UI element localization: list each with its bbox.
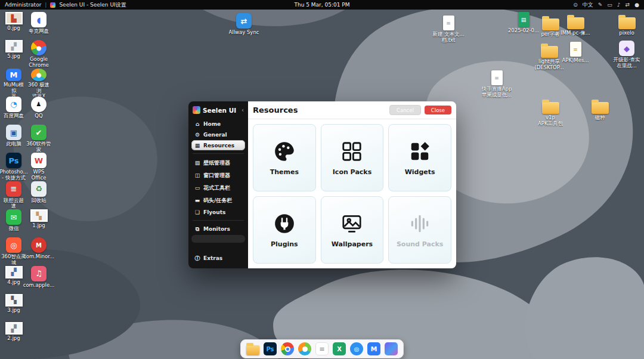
desktop-icon-label: pixelo [619, 30, 634, 36]
desktop-icon[interactable]: 磁种 [583, 99, 617, 121]
sidebar-item[interactable]: ▧ 壁纸管理器 [191, 157, 245, 169]
sidebar-item[interactable] [191, 235, 245, 243]
card-plugins[interactable]: Plugins [253, 196, 316, 264]
desktop-icon-image [542, 18, 559, 30]
sidebar-item-label: Resources [203, 143, 234, 148]
card-sound-packs[interactable]: Sound Packs [388, 196, 451, 264]
dock-blue-app-icon[interactable]: ◎ [350, 342, 363, 355]
settings-main-panel: Resources Cancel Close Themes Icon Packs [248, 101, 456, 268]
sidebar-item-extras[interactable]: ⓘ Extras [191, 252, 245, 264]
card-widgets[interactable]: Widgets [388, 124, 451, 191]
sidebar-title: Seelen UI [203, 107, 236, 114]
card-label: Themes [270, 168, 299, 176]
card-themes[interactable]: Themes [253, 124, 316, 191]
sidebar-item[interactable]: ◫ 窗口管理器 [191, 169, 245, 181]
desktop-icon[interactable]: ◆ 开级影·查实 在里战... [610, 41, 643, 69]
sidebar-divider [193, 220, 244, 221]
dock-file-manager-icon[interactable] [246, 342, 259, 355]
taskbar: Administrator | Seelen UI - Seelen UI设置 … [0, 0, 644, 10]
sidebar-item[interactable]: ▦ Resources [191, 140, 245, 150]
card-icon-packs[interactable]: Icon Packs [321, 124, 384, 191]
sidebar-item[interactable]: ⧉ Monitors [191, 224, 245, 234]
sidebar-item-icon: ⌂ [194, 121, 200, 127]
desktop-icon-label: Allway Sync [229, 30, 259, 36]
widgets-icon [408, 140, 431, 163]
taskbar-clock[interactable]: Thu 5 Mar, 05:01 PM [294, 0, 349, 10]
tray-icon[interactable]: ✎ [598, 0, 603, 10]
tray-icon[interactable]: ⊙ [573, 0, 578, 10]
browser-center-dot [302, 346, 308, 352]
desktop-icon[interactable]: ≡ 新建 文本文... 档.txt [432, 16, 465, 44]
cancel-button[interactable]: Cancel [389, 105, 421, 115]
dock-notes-icon[interactable]: ≡ [315, 342, 329, 355]
tray-icon[interactable]: ⇄ [626, 0, 630, 10]
tray-icon[interactable]: ♪ [617, 0, 621, 10]
settings-header: Resources Cancel Close [248, 101, 456, 119]
sidebar-item-label: Home [203, 121, 221, 127]
sidebar-item-icon: ⧉ [194, 226, 200, 233]
desktop-icon[interactable]: ≡ APK)Mes... [559, 42, 592, 64]
sidebar-item-icon: ▦ [194, 143, 200, 148]
sidebar-item-icon: ◫ [194, 172, 200, 178]
card-wallpapers[interactable]: Wallpapers [321, 196, 384, 264]
sidebar-item-label: Extras [203, 255, 222, 261]
seelen-logo-icon [50, 2, 55, 8]
desktop-icon-image: ≡ [570, 42, 581, 57]
seelen-logo-icon [193, 106, 200, 114]
sidebar-item[interactable]: ❏ Flyouts [191, 207, 245, 217]
icon-grid-icon [340, 140, 363, 163]
desktop-icon-image [618, 17, 636, 29]
sidebar-item-icon: ⚙ [194, 132, 200, 138]
dock-mumu-icon[interactable]: M [367, 342, 380, 355]
dock-excel-icon[interactable]: X [333, 342, 346, 355]
sidebar-item-label: General [203, 132, 227, 138]
sidebar-item-label: 壁纸管理器 [203, 159, 230, 167]
sidebar-item-icon: ❏ [194, 209, 200, 215]
taskbar-app-title[interactable]: Seelen UI - Seelen UI设置 [59, 0, 126, 10]
desktop-icon[interactable]: ⇄ Allway Sync [227, 13, 261, 36]
desktop-icon-image: ≡ [491, 70, 503, 85]
system-tray: ⊙ 中文 ✎ ▭ ♪ ⇄ ● [573, 0, 639, 10]
desktop-icon[interactable]: pixelo [610, 14, 643, 36]
sidebar-item[interactable]: ▭ 花式工具栏 [191, 182, 245, 194]
desktop-icon[interactable]: v1p APK工具包 [534, 99, 567, 127]
card-label: Icon Packs [333, 168, 371, 176]
sidebar-item-icon: ▧ [194, 160, 200, 166]
tray-icon[interactable]: ● [634, 0, 639, 10]
desktop-icon-label: 开级影·查实 在里战... [613, 57, 640, 69]
dock-seelen-icon[interactable] [385, 342, 398, 355]
page-title: Resources [253, 106, 298, 114]
sidebar-item-icon: ▬ [194, 197, 200, 203]
dock-chrome-icon[interactable] [281, 342, 294, 355]
sidebar-item[interactable]: ⌂ Home [191, 119, 245, 129]
folder-icon [246, 345, 259, 355]
card-label: Widgets [405, 168, 435, 176]
card-label: Sound Packs [397, 240, 443, 248]
sidebar-item-label: 花式工具栏 [203, 184, 230, 192]
dock-photoshop-icon[interactable]: Ps [264, 342, 277, 355]
sidebar-group-managers: ▧ 壁纸管理器 ◫ 窗口管理器 ▭ 花式工具栏 ▬ 码头/任务栏 [191, 156, 245, 218]
desktop-icon-label: 新建 文本文... 档.txt [432, 32, 464, 44]
desktop-icon[interactable]: ≡ 快手直播App 苹果成显低... [480, 70, 513, 98]
desktop-icon-image: ▤ [518, 12, 530, 27]
desktop-icon[interactable]: IMM pc-像... [559, 14, 592, 36]
taskbar-user[interactable]: Administrator [5, 0, 41, 10]
desktop-icon-label: per字者 [541, 32, 559, 38]
desktop-icon-image: ≡ [443, 16, 454, 30]
sidebar-item[interactable]: ⚙ General [191, 129, 245, 140]
dock-360-browser-icon[interactable] [298, 342, 311, 355]
plug-icon [273, 212, 296, 235]
sidebar-item[interactable]: ▬ 码头/任务栏 [191, 194, 245, 206]
wallpaper-icon [340, 212, 363, 235]
sidebar-group-monitors: ⧉ Monitors [191, 223, 245, 243]
resources-grid: Themes Icon Packs Widgets [248, 119, 456, 268]
desktop-icon-image [541, 46, 558, 58]
desktop-icon-image [592, 102, 609, 114]
close-button[interactable]: Close [425, 106, 451, 114]
palette-icon [273, 140, 296, 163]
desktop-icon-label: 磁种 [595, 115, 605, 121]
tray-icon[interactable]: ▭ [607, 0, 612, 10]
sidebar-item-label: 码头/任务栏 [203, 197, 232, 205]
sidebar-collapse-button[interactable]: ‹ [242, 107, 244, 113]
tray-icon[interactable]: 中文 [583, 0, 593, 10]
